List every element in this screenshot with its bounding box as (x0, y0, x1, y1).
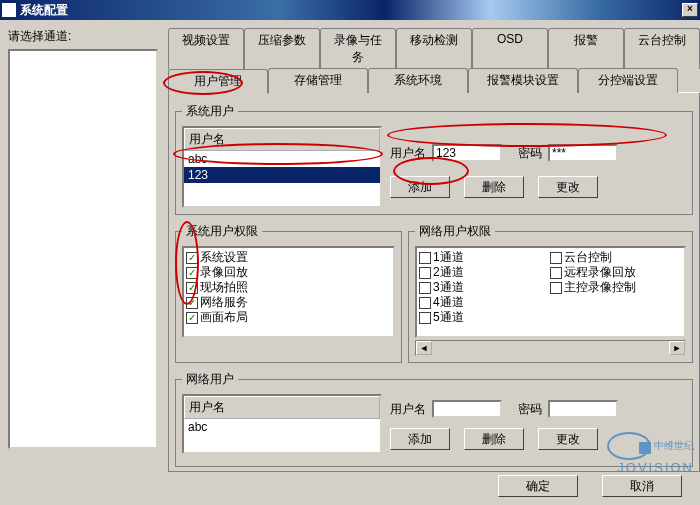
checkbox-icon[interactable] (419, 312, 431, 324)
checkbox-item[interactable]: 3通道 (419, 280, 551, 295)
net-perm-hscroll[interactable]: ◄ ► (415, 340, 686, 356)
checkbox-icon[interactable]: ✓ (186, 282, 198, 294)
sys-mod-button[interactable]: 更改 (538, 176, 598, 198)
checkbox-item[interactable]: ✓录像回放 (186, 265, 391, 280)
tab-content: 系统用户 用户名 abc 123 用户名 密码 (168, 92, 700, 472)
sys-add-button[interactable]: 添加 (390, 176, 450, 198)
table-row[interactable]: abc (184, 151, 380, 167)
checkbox-item[interactable]: 云台控制 (550, 250, 682, 265)
checkbox-label: 网络服务 (200, 295, 248, 310)
net-pwd-input[interactable] (548, 400, 618, 418)
net-add-button[interactable]: 添加 (390, 428, 450, 450)
checkbox-label: 2通道 (433, 265, 464, 280)
sys-user-legend: 系统用户 (182, 103, 238, 120)
checkbox-icon[interactable] (550, 282, 562, 294)
tab-user-mgmt[interactable]: 用户管理 (168, 69, 268, 94)
tab-record[interactable]: 录像与任务 (320, 28, 396, 69)
checkbox-item[interactable]: ✓系统设置 (186, 250, 391, 265)
checkbox-label: 画面布局 (200, 310, 248, 325)
table-row[interactable]: 123 (184, 167, 380, 183)
tab-osd[interactable]: OSD (472, 28, 548, 69)
checkbox-label: 3通道 (433, 280, 464, 295)
net-user-table[interactable]: 用户名 abc (182, 394, 382, 454)
checkbox-icon[interactable] (419, 297, 431, 309)
sys-del-button[interactable]: 删除 (464, 176, 524, 198)
checkbox-label: 4通道 (433, 295, 464, 310)
sys-pwd-label: 密码 (518, 145, 542, 162)
channel-list[interactable] (8, 49, 158, 449)
tab-ptz[interactable]: 云台控制 (624, 28, 700, 69)
checkbox-label: 云台控制 (564, 250, 612, 265)
scroll-right-icon[interactable]: ► (669, 341, 685, 355)
checkbox-item[interactable]: ✓现场拍照 (186, 280, 391, 295)
checkbox-item[interactable]: 远程录像回放 (550, 265, 682, 280)
checkbox-icon[interactable] (419, 267, 431, 279)
tab-storage[interactable]: 存储管理 (268, 68, 368, 93)
table-row[interactable]: abc (184, 419, 380, 435)
checkbox-label: 系统设置 (200, 250, 248, 265)
tabs-row-1: 视频设置 压缩参数 录像与任务 移动检测 OSD 报警 云台控制 (168, 28, 700, 69)
tab-compress[interactable]: 压缩参数 (244, 28, 320, 69)
titlebar: 系统配置 × (0, 0, 700, 20)
net-perm-group: 网络用户权限 1通道2通道3通道4通道5通道 云台控制远程录像回放主控录像控制 … (408, 223, 693, 363)
checkbox-item[interactable]: 4通道 (419, 295, 551, 310)
net-user-label: 用户名 (390, 401, 426, 418)
net-pwd-label: 密码 (518, 401, 542, 418)
tabs-row-2: 用户管理 存储管理 系统环境 报警模块设置 分控端设置 (168, 68, 700, 93)
checkbox-item[interactable]: 主控录像控制 (550, 280, 682, 295)
tab-motion[interactable]: 移动检测 (396, 28, 472, 69)
checkbox-label: 现场拍照 (200, 280, 248, 295)
net-user-group: 网络用户 用户名 abc 用户名 密码 添加 (175, 371, 693, 467)
checkbox-label: 远程录像回放 (564, 265, 636, 280)
sys-user-table[interactable]: 用户名 abc 123 (182, 126, 382, 208)
channel-label: 请选择通道: (8, 28, 158, 45)
app-icon (2, 3, 16, 17)
sys-perm-legend: 系统用户权限 (182, 223, 262, 240)
checkbox-icon[interactable] (419, 252, 431, 264)
tab-client[interactable]: 分控端设置 (578, 68, 678, 93)
sys-perm-list[interactable]: ✓系统设置✓录像回放✓现场拍照✓网络服务✓画面布局 (182, 246, 395, 338)
checkbox-icon[interactable]: ✓ (186, 252, 198, 264)
window-title: 系统配置 (20, 2, 682, 19)
checkbox-icon[interactable] (550, 267, 562, 279)
sys-user-group: 系统用户 用户名 abc 123 用户名 密码 (175, 103, 693, 215)
net-user-input[interactable] (432, 400, 502, 418)
checkbox-icon[interactable] (550, 252, 562, 264)
checkbox-item[interactable]: ✓画面布局 (186, 310, 391, 325)
checkbox-label: 主控录像控制 (564, 280, 636, 295)
net-user-legend: 网络用户 (182, 371, 238, 388)
checkbox-icon[interactable]: ✓ (186, 267, 198, 279)
checkbox-label: 1通道 (433, 250, 464, 265)
sys-user-label: 用户名 (390, 145, 426, 162)
scroll-left-icon[interactable]: ◄ (416, 341, 432, 355)
checkbox-icon[interactable]: ✓ (186, 297, 198, 309)
sys-pwd-input[interactable] (548, 144, 618, 162)
tab-alarm-mod[interactable]: 报警模块设置 (468, 68, 578, 93)
checkbox-item[interactable]: ✓网络服务 (186, 295, 391, 310)
tab-alarm[interactable]: 报警 (548, 28, 624, 69)
checkbox-label: 录像回放 (200, 265, 248, 280)
close-button[interactable]: × (682, 3, 698, 17)
net-del-button[interactable]: 删除 (464, 428, 524, 450)
checkbox-item[interactable]: 2通道 (419, 265, 551, 280)
sys-user-col-hdr: 用户名 (184, 128, 380, 151)
tab-sysenv[interactable]: 系统环境 (368, 68, 468, 93)
net-mod-button[interactable]: 更改 (538, 428, 598, 450)
net-perm-list[interactable]: 1通道2通道3通道4通道5通道 云台控制远程录像回放主控录像控制 (415, 246, 686, 338)
net-perm-legend: 网络用户权限 (415, 223, 495, 240)
checkbox-icon[interactable] (419, 282, 431, 294)
sys-perm-group: 系统用户权限 ✓系统设置✓录像回放✓现场拍照✓网络服务✓画面布局 (175, 223, 402, 363)
checkbox-item[interactable]: 1通道 (419, 250, 551, 265)
checkbox-icon[interactable]: ✓ (186, 312, 198, 324)
cancel-button[interactable]: 取消 (602, 475, 682, 497)
tab-video[interactable]: 视频设置 (168, 28, 244, 69)
sys-user-input[interactable] (432, 144, 502, 162)
checkbox-item[interactable]: 5通道 (419, 310, 551, 325)
net-user-col-hdr: 用户名 (184, 396, 380, 419)
checkbox-label: 5通道 (433, 310, 464, 325)
ok-button[interactable]: 确定 (498, 475, 578, 497)
